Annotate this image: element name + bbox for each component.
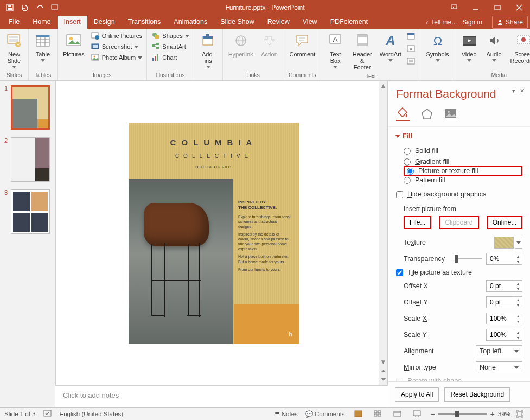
thumbnail-3[interactable]: 3 [4, 189, 50, 234]
panel-options-icon[interactable]: ▾ [512, 87, 515, 94]
radio-gradient-fill[interactable]: Gradient fill [404, 156, 522, 167]
slideshow-view-icon[interactable] [411, 409, 423, 419]
object-button[interactable] [406, 56, 417, 66]
texture-dropdown[interactable] [515, 237, 522, 249]
pictures-button[interactable]: Pictures [61, 31, 87, 59]
vertical-scrollbar[interactable]: ▲ ▼ ⏶ ⏷ [379, 81, 387, 385]
svg-rect-37 [157, 54, 158, 61]
thumbnail-1[interactable]: 1 [4, 85, 50, 130]
slide-canvas[interactable]: COLUMBIA COLLECTIVE LOOKBOOK 2019 INSPIR… [129, 123, 299, 344]
radio-solid-fill[interactable]: Solid fill [404, 145, 522, 156]
group-label-comments: Comments [288, 71, 318, 79]
transparency-slider[interactable] [455, 254, 482, 264]
shapes-button[interactable]: Shapes [150, 31, 190, 41]
scale-x-input[interactable]: ▲▼ [486, 313, 522, 324]
svg-rect-12 [9, 36, 18, 38]
slide-editor[interactable]: COLUMBIA COLLECTIVE LOOKBOOK 2019 INSPIR… [55, 81, 388, 385]
notes-toggle[interactable]: ≣ Notes [274, 410, 298, 418]
video-button[interactable]: Video [458, 31, 480, 63]
alignment-combo[interactable]: Top left [476, 345, 522, 357]
slide-number-button[interactable]: # [406, 44, 417, 54]
ribbon-options-button[interactable] [443, 0, 465, 15]
zoom-level[interactable]: 39% [498, 411, 510, 417]
sign-in-link[interactable]: Sign in [462, 18, 482, 26]
screen-recording-button[interactable]: Screen Recording [508, 31, 530, 65]
language-label[interactable]: English (United States) [60, 411, 124, 417]
tab-transitions[interactable]: Transitions [122, 16, 168, 29]
online-button[interactable]: Online... [487, 216, 523, 229]
fill-tab-icon[interactable] [396, 107, 410, 121]
radio-pattern-fill[interactable]: Pattern fill [404, 175, 522, 186]
redo-button[interactable] [33, 0, 48, 15]
header-footer-button[interactable]: Header & Footer [349, 31, 375, 72]
comment-button[interactable]: Comment [288, 31, 318, 59]
ribbon-group-text: A Text Box Header & Footer A WordArt # T… [321, 29, 420, 80]
reading-view-icon[interactable] [392, 409, 404, 419]
transparency-label: Transparency [404, 255, 445, 263]
zoom-out-icon[interactable]: − [431, 410, 435, 418]
tab-insert[interactable]: Insert [58, 16, 87, 29]
maximize-button[interactable] [487, 0, 508, 15]
offset-y-input[interactable]: ▲▼ [486, 296, 522, 308]
screenshot-button[interactable]: Screenshot [90, 42, 144, 52]
transparency-input[interactable]: ▲▼ [486, 253, 522, 265]
panel-title: Format Background [396, 87, 522, 100]
save-button[interactable] [2, 0, 17, 15]
zoom-in-icon[interactable]: + [490, 410, 495, 418]
date-time-button[interactable] [406, 31, 417, 41]
normal-view-icon[interactable] [353, 409, 365, 419]
svg-text:A: A [333, 35, 338, 43]
tab-animations[interactable]: Animations [167, 16, 214, 29]
slide-sorter-icon[interactable] [372, 409, 384, 419]
mirror-combo[interactable]: None [476, 361, 522, 373]
fit-to-window-icon[interactable] [514, 409, 526, 419]
panel-close-icon[interactable]: ✕ [520, 87, 525, 94]
spell-check-icon[interactable] [43, 410, 52, 418]
tab-slideshow[interactable]: Slide Show [214, 16, 261, 29]
check-hide-bg[interactable]: Hide background graphics [396, 189, 522, 200]
undo-button[interactable] [17, 0, 33, 15]
effects-tab-icon[interactable] [420, 107, 434, 121]
audio-button[interactable]: Audio [483, 31, 505, 63]
zoom-slider[interactable] [438, 413, 487, 415]
wordart-button[interactable]: A WordArt [378, 31, 403, 63]
tell-me[interactable]: ♀ Tell me... [424, 18, 457, 26]
online-pictures-button[interactable]: Online Pictures [90, 31, 144, 41]
smartart-button[interactable]: SmartArt [150, 42, 190, 52]
file-button[interactable]: File... [404, 216, 431, 229]
svg-text:A: A [385, 33, 395, 48]
reset-background-button[interactable]: Reset Background [444, 387, 510, 402]
tab-review[interactable]: Review [261, 16, 296, 29]
slide-counter[interactable]: Slide 1 of 3 [4, 411, 36, 417]
thumbnail-2[interactable]: 2 [4, 137, 50, 182]
close-button[interactable] [508, 0, 530, 15]
scale-y-input[interactable]: ▲▼ [486, 329, 522, 341]
addins-button[interactable]: Add- ins [197, 31, 219, 69]
status-bar: Slide 1 of 3 English (United States) ≣ N… [0, 407, 530, 420]
check-tile[interactable]: Tile picture as texture [396, 267, 522, 278]
start-from-beginning-button[interactable] [48, 0, 63, 15]
textbox-button[interactable]: A Text Box [324, 31, 346, 69]
notes-panel[interactable]: Click to add notes [55, 385, 388, 407]
offset-x-input[interactable]: ▲▼ [486, 280, 522, 292]
new-slide-button[interactable]: ✶ New Slide [3, 31, 25, 69]
tab-view[interactable]: View [296, 16, 324, 29]
comments-toggle[interactable]: 💬 Comments [305, 410, 345, 418]
tab-file[interactable]: File [2, 16, 26, 29]
picture-tab-icon[interactable] [444, 107, 458, 121]
chart-button[interactable]: Chart [150, 53, 190, 62]
fill-section-header[interactable]: Fill [396, 132, 522, 140]
slide-title: COLUMBIA [129, 138, 299, 147]
photo-album-button[interactable]: Photo Album [90, 53, 144, 62]
table-button[interactable]: Table [32, 31, 54, 63]
share-button[interactable]: Share [492, 16, 528, 29]
tab-home[interactable]: Home [26, 16, 57, 29]
minimize-button[interactable] [465, 0, 487, 15]
apply-to-all-button[interactable]: Apply to All [395, 387, 439, 402]
symbols-button[interactable]: Ω Symbols [424, 31, 451, 63]
ribbon-group-links: Hyperlink Action Links [223, 29, 284, 80]
texture-picker[interactable] [494, 237, 514, 249]
group-label-illustrations: Illustrations [150, 71, 190, 79]
tab-pdfelement[interactable]: PDFelement [324, 16, 374, 29]
tab-design[interactable]: Design [87, 16, 122, 29]
